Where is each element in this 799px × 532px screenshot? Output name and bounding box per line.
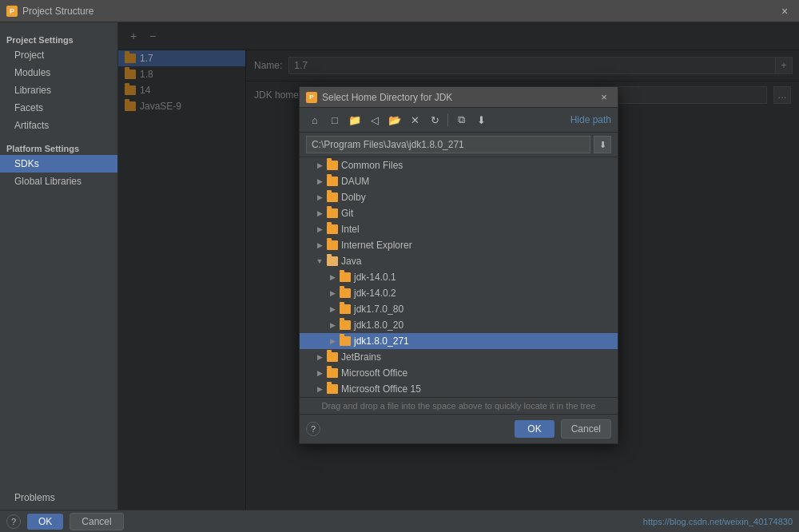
home-button[interactable]: ⌂ (306, 111, 324, 129)
tree-item-label: Intel (341, 224, 360, 235)
tree-item-label: Common Files (341, 160, 403, 171)
tree-item[interactable]: ▼Java (300, 253, 618, 269)
right-panel: + − 1.7 1.8 14 (118, 22, 799, 510)
cancel-button[interactable]: Cancel (561, 419, 611, 439)
tree-item-label: jdk-14.0.2 (354, 288, 396, 299)
title-bar: P Project Structure × (0, 0, 799, 22)
sidebar-item-sdks[interactable]: SDKs (0, 155, 117, 173)
modal-buttons: ? OK Cancel (300, 414, 618, 443)
new-folder-button[interactable]: 📂 (386, 111, 403, 129)
chevron-icon: ▶ (316, 209, 324, 217)
tree-item[interactable]: ▶Intel (300, 221, 618, 237)
platform-settings-title: Platform Settings (0, 141, 117, 155)
folder-icon (327, 368, 338, 378)
chevron-icon: ▶ (328, 321, 336, 329)
title-bar-text: Project Structure (22, 6, 93, 17)
tree-item[interactable]: ▶Dolby (300, 189, 618, 205)
drag-hint: Drag and drop a file into the space abov… (300, 397, 618, 414)
tree-item[interactable]: ▶jdk-14.0.2 (300, 285, 618, 301)
folder-icon (327, 193, 338, 202)
sidebar-item-modules[interactable]: Modules (0, 64, 117, 81)
tree-item[interactable]: ▶Microsoft Office (300, 365, 618, 381)
tree-item[interactable]: ▶Internet Explorer (300, 237, 618, 253)
chevron-icon: ▶ (316, 225, 324, 233)
tree-item-label: jdk1.8.0_271 (354, 335, 409, 347)
toolbar-separator (447, 113, 448, 126)
tree-item[interactable]: ▶JetBrains (300, 349, 618, 365)
chevron-icon: ▶ (316, 193, 324, 201)
modal-title: Select Home Directory for JDK (322, 92, 452, 103)
chevron-icon: ▶ (328, 273, 336, 281)
app-icon: P (6, 6, 18, 17)
tree-item[interactable]: ▶Common Files (300, 157, 618, 173)
tree-item[interactable]: ▶Microsoft Office 15 (300, 381, 618, 397)
bottom-bar: ? OK Cancel https://blog.csdn.net/weixin… (0, 510, 799, 532)
sidebar: Project Settings Project Modules Librari… (0, 22, 118, 510)
desktop-button[interactable]: □ (326, 111, 344, 129)
bottom-help-button[interactable]: ? (6, 514, 21, 529)
hide-path-link[interactable]: Hide path (570, 114, 611, 125)
tree-item-label: Dolby (341, 192, 366, 203)
folder-icon (340, 304, 351, 314)
tree-item[interactable]: ▶jdk1.7.0_80 (300, 301, 618, 317)
tree-item-label: JetBrains (341, 351, 381, 363)
modal-close-button[interactable]: × (597, 90, 611, 105)
folder-button[interactable]: 📁 (346, 111, 364, 129)
chevron-icon: ▶ (328, 305, 336, 313)
tree-item-label: Internet Explorer (341, 240, 412, 251)
main-window: P Project Structure × Project Settings P… (0, 0, 799, 532)
chevron-icon: ▼ (316, 257, 324, 265)
tree-item-label: jdk-14.0.1 (354, 272, 396, 283)
modal-path-row: ⬇ (300, 133, 618, 157)
modal-toolbar: ⌂ □ 📁 ◁ 📂 ✕ ↻ ⧉ ⬇ Hide path (300, 108, 618, 133)
tree-item[interactable]: ▶jdk1.8.0_271 (300, 333, 618, 349)
bottom-link[interactable]: https://blog.csdn.net/weixin_40174830 (643, 517, 793, 526)
sidebar-item-libraries[interactable]: Libraries (0, 81, 117, 99)
copy-path-button[interactable]: ⧉ (452, 111, 470, 129)
sidebar-item-global-libraries[interactable]: Global Libraries (0, 173, 117, 190)
modal-icon: P (306, 92, 317, 103)
tree-item-label: DAUM (341, 176, 369, 187)
tree-item[interactable]: ▶DAUM (300, 173, 618, 189)
folder-icon (327, 256, 338, 266)
chevron-icon: ▶ (316, 241, 324, 249)
sidebar-item-artifacts[interactable]: Artifacts (0, 117, 117, 134)
modal-title-bar: P Select Home Directory for JDK × (300, 87, 618, 108)
folder-icon (327, 224, 338, 234)
sidebar-item-facets[interactable]: Facets (0, 99, 117, 117)
download-button[interactable]: ⬇ (472, 111, 490, 129)
chevron-icon: ▶ (316, 353, 324, 361)
folder-icon (340, 320, 351, 330)
browse-path-button[interactable]: ⬇ (594, 136, 611, 153)
close-button[interactable]: × (777, 3, 793, 19)
bottom-ok-button[interactable]: OK (27, 514, 63, 530)
folder-icon (327, 240, 338, 250)
sidebar-item-project[interactable]: Project (0, 46, 117, 64)
folder-icon (327, 208, 338, 218)
folder-icon (340, 336, 351, 346)
folder-icon (340, 272, 351, 282)
chevron-icon: ▶ (316, 369, 324, 377)
chevron-icon: ▶ (316, 385, 324, 393)
modal-overlay: P Select Home Directory for JDK × ⌂ □ 📁 … (118, 22, 799, 510)
chevron-icon: ▶ (316, 161, 324, 169)
ok-button[interactable]: OK (515, 420, 554, 438)
back-button[interactable]: ◁ (366, 111, 384, 129)
project-settings-title: Project Settings (0, 32, 117, 46)
tree-item-label: Microsoft Office (341, 367, 407, 379)
delete-button[interactable]: ✕ (406, 111, 423, 129)
tree-item[interactable]: ▶jdk-14.0.1 (300, 269, 618, 285)
refresh-button[interactable]: ↻ (426, 111, 443, 129)
tree-item[interactable]: ▶Git (300, 205, 618, 221)
sidebar-item-problems[interactable]: Problems (0, 486, 117, 510)
tree-item[interactable]: ▶jdk1.8.0_20 (300, 317, 618, 333)
tree-item-label: Java (341, 256, 361, 267)
tree-item-label: jdk1.7.0_80 (354, 304, 403, 315)
bottom-cancel-button[interactable]: Cancel (70, 513, 123, 530)
tree-item-label: Git (341, 208, 353, 219)
folder-icon (327, 177, 338, 186)
modal-path-input[interactable] (306, 136, 590, 153)
chevron-icon: ▶ (316, 177, 324, 185)
folder-icon (327, 352, 338, 362)
help-button[interactable]: ? (306, 422, 320, 436)
